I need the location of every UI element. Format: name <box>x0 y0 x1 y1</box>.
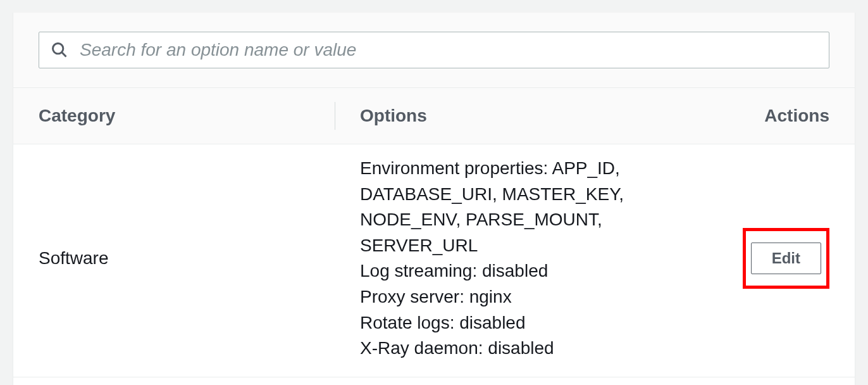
column-divider <box>335 102 335 130</box>
svg-line-1 <box>62 53 66 56</box>
edit-button[interactable]: Edit <box>751 243 821 274</box>
row-options-value: Environment properties: APP_ID, DATABASE… <box>336 156 716 362</box>
header-options: Options <box>336 106 716 126</box>
header-category: Category <box>39 106 336 126</box>
search-icon <box>51 41 68 59</box>
row-actions: Edit <box>716 228 829 289</box>
table-header: Category Options Actions <box>13 88 855 144</box>
row-category-value: Software <box>39 248 336 268</box>
search-wrap <box>13 13 855 88</box>
search-box[interactable] <box>39 32 829 68</box>
edit-highlight: Edit <box>743 228 829 289</box>
header-options-label: Options <box>360 106 427 125</box>
partial-row: EC2 security groups: awseb-e <box>13 377 855 385</box>
search-input[interactable] <box>80 40 817 60</box>
table-row: Software Environment properties: APP_ID,… <box>13 144 855 377</box>
svg-point-0 <box>53 44 63 54</box>
header-actions: Actions <box>716 106 829 126</box>
config-panel: Category Options Actions Software Enviro… <box>13 13 855 385</box>
